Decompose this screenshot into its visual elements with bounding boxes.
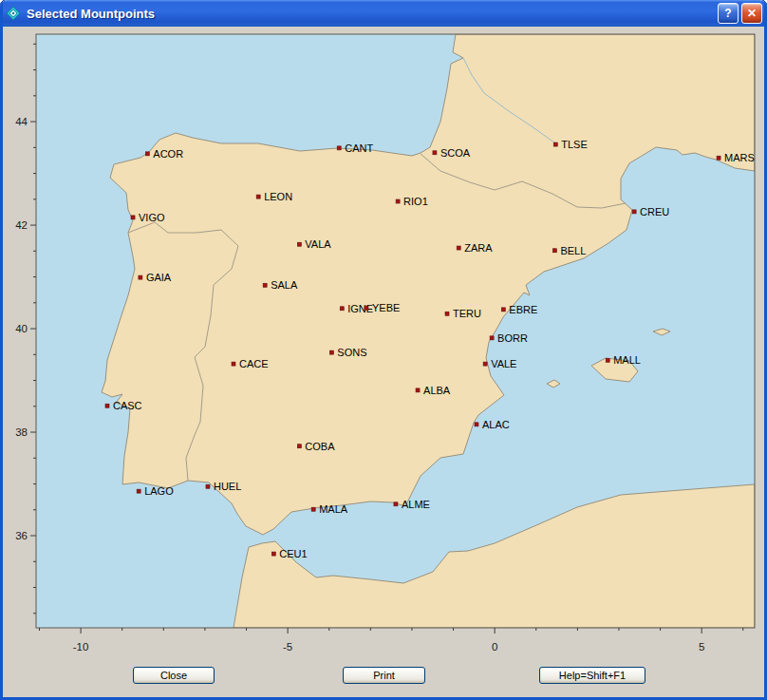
station-label-BORR: BORR (497, 332, 528, 344)
y-axis-tick-label: 42 (15, 219, 28, 231)
station-label-CASC: CASC (113, 400, 142, 411)
station-marker-TLSE (553, 142, 557, 146)
station-label-YEBE: YEBE (372, 302, 400, 313)
station-label-EBRE: EBRE (509, 304, 537, 315)
station-label-MALA: MALA (319, 503, 348, 515)
station-label-LAGO: LAGO (144, 485, 174, 497)
x-axis-tick-label: 5 (699, 641, 704, 653)
station-marker-ACOR (145, 152, 149, 156)
station-marker-VALE (483, 362, 487, 366)
x-axis-tick-label: 0 (492, 641, 497, 653)
y-axis-tick-label: 40 (15, 323, 28, 334)
x-axis-tick-label: -10 (73, 641, 89, 653)
close-button[interactable]: Close (133, 667, 215, 684)
station-label-SONS: SONS (337, 347, 366, 358)
mountpoint-map: -10-5054442403836 ACORCANTSCOATLSEMARSLE… (3, 27, 764, 697)
station-marker-MALA (311, 507, 315, 511)
station-marker-SCOA (433, 151, 437, 155)
station-marker-CASC (105, 404, 109, 407)
dialog-window: Selected Mountpoints ? ✕ (0, 0, 767, 700)
station-marker-CREU (632, 210, 636, 214)
window-title: Selected Mountpoints (27, 7, 715, 21)
station-label-VALA: VALA (305, 238, 331, 250)
station-label-VIGO: VIGO (139, 212, 165, 223)
station-marker-TERU (445, 312, 449, 315)
y-axis-tick-label: 38 (15, 426, 28, 438)
station-label-ALME: ALME (402, 499, 430, 510)
station-marker-CANT (337, 146, 341, 150)
station-marker-EBRE (501, 308, 505, 312)
station-label-ALBA: ALBA (423, 385, 451, 396)
station-label-TLSE: TLSE (561, 139, 588, 150)
station-label-MALL: MALL (613, 354, 641, 366)
station-marker-LEON (256, 195, 260, 199)
station-marker-ALME (394, 502, 398, 506)
y-axis-tick-label: 44 (15, 116, 28, 127)
station-marker-ALBA (416, 388, 420, 392)
station-marker-LAGO (137, 489, 140, 493)
station-label-SALA: SALA (271, 279, 298, 291)
x-axis-tick-label: -5 (283, 641, 292, 653)
station-marker-ALAC (475, 423, 478, 426)
station-label-CANT: CANT (345, 142, 373, 154)
station-marker-BORR (490, 336, 494, 340)
station-marker-COBA (297, 445, 301, 448)
station-marker-VIGO (131, 216, 135, 219)
station-marker-YEBE (365, 306, 368, 310)
station-marker-BELL (552, 249, 556, 253)
station-label-CEU1: CEU1 (279, 548, 307, 559)
station-marker-SALA (263, 283, 267, 287)
window-titlebar[interactable]: Selected Mountpoints ? ✕ (0, 0, 767, 27)
station-label-CREU: CREU (640, 206, 669, 218)
app-icon (6, 6, 21, 21)
station-marker-VALA (297, 242, 301, 246)
station-label-GAIA: GAIA (146, 272, 172, 283)
station-marker-CACE (232, 362, 235, 366)
close-window-button[interactable]: ✕ (741, 3, 762, 24)
station-marker-GAIA (139, 275, 142, 279)
station-label-ZARA: ZARA (464, 242, 493, 254)
station-marker-RIO1 (396, 199, 400, 203)
station-marker-HUEL (206, 484, 210, 488)
station-label-LEON: LEON (264, 191, 292, 202)
station-marker-SONS (329, 350, 333, 354)
station-label-BELL: BELL (560, 245, 586, 256)
station-marker-MARS (717, 156, 720, 160)
station-label-MARS: MARS (724, 152, 755, 163)
station-label-ALAC: ALAC (482, 419, 510, 430)
help-shortcut-button[interactable]: Help=Shift+F1 (539, 667, 645, 684)
y-axis-tick-label: 36 (15, 530, 28, 541)
station-marker-IGNE (340, 307, 344, 311)
dialog-client-area: -10-5054442403836 ACORCANTSCOATLSEMARSLE… (3, 27, 764, 697)
station-marker-ZARA (457, 246, 460, 250)
station-marker-CEU1 (271, 552, 275, 556)
help-button[interactable]: ? (718, 3, 739, 24)
station-label-COBA: COBA (305, 441, 335, 452)
station-label-SCOA: SCOA (440, 147, 471, 159)
station-label-TERU: TERU (453, 308, 481, 319)
station-label-CACE: CACE (239, 358, 269, 369)
station-label-IGNE: IGNE (347, 303, 373, 314)
station-marker-MALL (606, 358, 609, 362)
station-label-RIO1: RIO1 (403, 196, 428, 207)
station-label-VALE: VALE (491, 358, 516, 369)
print-button[interactable]: Print (343, 667, 425, 684)
station-label-HUEL: HUEL (214, 481, 241, 492)
station-label-ACOR: ACOR (153, 148, 183, 160)
